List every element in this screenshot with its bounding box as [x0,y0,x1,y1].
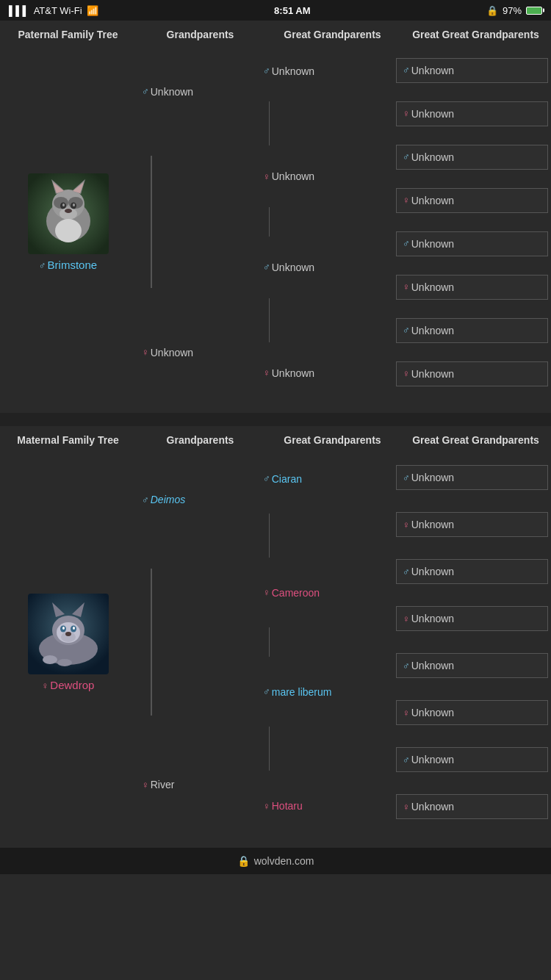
paternal-family-section: Paternal Family Tree Grandparents Great … [0,21,551,413]
paternal-animal-col: ♂Brimstone [0,46,136,398]
paternal-gggp-4[interactable]: ♂Unknown [396,231,548,256]
paternal-gp-male-icon: ♂ [142,86,149,97]
brimstone-image [28,173,109,254]
svg-point-24 [62,627,65,630]
maternal-gggp-1[interactable]: ♀Unknown [396,512,548,537]
bottom-url[interactable]: wolvden.com [254,855,314,867]
maternal-gggp-4[interactable]: ♂Unknown [396,653,548,678]
maternal-ggp-hotaru[interactable]: ♀Hotaru [257,792,393,820]
paternal-col2-header: Grandparents [136,28,264,41]
paternal-header: Paternal Family Tree Grandparents Great … [0,21,551,46]
ggp-vline1 [269,101,270,145]
status-left: ▌▌▌ AT&T Wi-Fi 📶 [9,5,98,16]
svg-point-14 [54,197,68,209]
paternal-gp-vline [151,156,152,288]
paternal-gggp-3[interactable]: ♀Unknown [396,188,548,213]
brimstone-name[interactable]: ♂Brimstone [39,259,97,271]
dewdrop-image [28,594,109,674]
paternal-gggp-7[interactable]: ♀Unknown [396,361,548,386]
svg-point-29 [57,659,72,666]
svg-point-12 [65,209,72,213]
maternal-animal-col: ♀Dewdrop [0,451,136,833]
paternal-ggp-1[interactable]: ♀Unknown [257,162,393,190]
wifi-icon: 📶 [87,5,98,16]
paternal-col3-header: Great Grandparents [264,28,400,41]
maternal-gp-female[interactable]: ♀ River [136,768,257,801]
maternal-gggp-5[interactable]: ♀Unknown [396,700,548,725]
paternal-gggp-1[interactable]: ♀Unknown [396,101,548,126]
paternal-grandparents-col: ♂ Unknown ♀ Unknown [136,46,257,398]
maternal-gggp-col: ♂Unknown ♀Unknown ♂Unknown ♀Unknown ♂Unk… [393,451,551,833]
svg-point-28 [43,655,57,664]
bottom-lock-icon: 🔒 [237,855,250,867]
paternal-ggp-3[interactable]: ♀Unknown [257,359,393,387]
paternal-gggp-5[interactable]: ♀Unknown [396,275,548,300]
ggp-vline2 [269,207,270,237]
paternal-gggp-0[interactable]: ♂Unknown [396,58,548,83]
maternal-ggp-cameroon[interactable]: ♀Cameroon [257,579,393,607]
mggp-vline2 [269,627,270,657]
paternal-col1-header: Paternal Family Tree [0,28,136,41]
status-time: 8:51 AM [274,5,310,16]
svg-point-13 [55,219,82,242]
maternal-ggp-col: ♂Ciaran ♀Cameroon ♂mare liberum ♀Hotaru [257,451,393,833]
paternal-ggp-0[interactable]: ♂Unknown [257,57,393,85]
svg-point-15 [68,197,83,209]
section-divider [0,413,551,426]
maternal-gggp-6[interactable]: ♂Unknown [396,747,548,772]
maternal-gggp-2[interactable]: ♂Unknown [396,559,548,584]
dewdrop-gender-icon: ♀ [42,680,49,691]
paternal-gggp-2[interactable]: ♂Unknown [396,145,548,170]
maternal-gggp-7[interactable]: ♀Unknown [396,794,548,819]
maternal-gggp-3[interactable]: ♀Unknown [396,606,548,631]
battery-icon [526,7,542,15]
maternal-col4-header: Great Great Grandparents [400,433,551,447]
maternal-gp-vline [151,569,152,716]
signal-icon: ▌▌▌ [9,5,29,16]
paternal-ggp-col: ♂Unknown ♀Unknown ♂Unknown ♀Unknown [257,46,393,398]
status-right: 🔒 97% [486,5,542,16]
battery-percent: 97% [503,5,522,16]
brimstone-gender-icon: ♂ [39,260,46,271]
mggp-vline3 [269,727,270,771]
maternal-gp-male[interactable]: ♂ Deimos [136,483,257,516]
lock-status-icon: 🔒 [486,5,498,16]
paternal-tree-body: ♂Brimstone ♂ Unknown ♀ Unknown ♂Unknown [0,46,551,398]
maternal-grandparents-col: ♂ Deimos ♀ River [136,451,257,833]
bottom-bar: 🔒 wolvden.com [0,848,551,874]
paternal-ggp-2[interactable]: ♂Unknown [257,253,393,281]
maternal-gggp-0[interactable]: ♂Unknown [396,465,548,490]
maternal-col2-header: Grandparents [136,433,264,447]
maternal-col1-header: Maternal Family Tree [0,433,136,447]
svg-point-27 [65,632,71,636]
paternal-col4-header: Great Great Grandparents [400,28,551,41]
maternal-col3-header: Great Grandparents [264,433,400,447]
dewdrop-name[interactable]: ♀Dewdrop [42,679,95,691]
maternal-ggp-mareliberum[interactable]: ♂mare liberum [257,678,393,706]
paternal-gggp-col: ♂Unknown ♀Unknown ♂Unknown ♀Unknown ♂Unk… [393,46,551,398]
paternal-gp-female-icon: ♀ [142,347,149,358]
maternal-header: Maternal Family Tree Grandparents Great … [0,426,551,451]
status-bar: ▌▌▌ AT&T Wi-Fi 📶 8:51 AM 🔒 97% [0,0,551,21]
ggp-vline3 [269,298,270,342]
paternal-gp-female[interactable]: ♀ Unknown [136,336,257,369]
paternal-gggp-6[interactable]: ♂Unknown [396,318,548,343]
svg-point-25 [73,627,75,630]
mggp-vline1 [269,514,270,558]
paternal-gp-male[interactable]: ♂ Unknown [136,76,257,108]
carrier: AT&T Wi-Fi [34,5,82,16]
maternal-ggp-ciaran[interactable]: ♂Ciaran [257,465,393,493]
maternal-family-section: Maternal Family Tree Grandparents Great … [0,426,551,848]
maternal-tree-body: ♀Dewdrop ♂ Deimos ♀ River ♂Ciaran [0,451,551,833]
